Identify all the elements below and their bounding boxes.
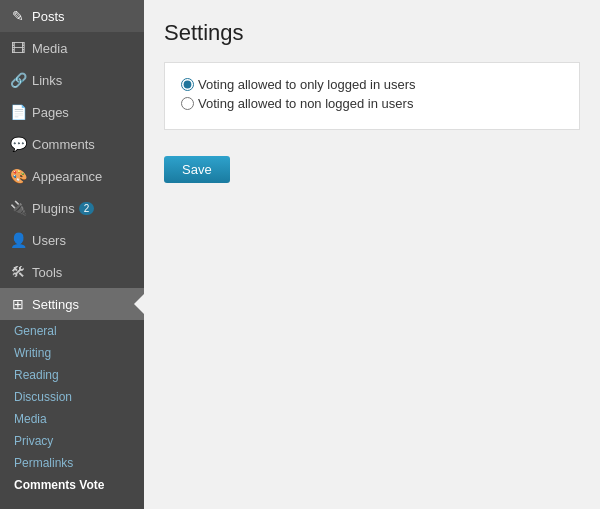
sidebar-item-appearance[interactable]: 🎨Appearance [0,160,144,192]
plugins-icon: 🔌 [10,200,26,216]
sidebar: ✎Posts🎞Media🔗Links📄Pages💬Comments🎨Appear… [0,0,144,509]
sidebar-item-tools[interactable]: 🛠Tools [0,256,144,288]
sub-item-media[interactable]: Media [0,408,144,430]
appearance-icon: 🎨 [10,168,26,184]
sidebar-label-users: Users [32,233,66,248]
settings-box: Voting allowed to only logged in users V… [164,62,580,130]
radio-label-non-logged[interactable]: Voting allowed to non logged in users [181,96,563,111]
sub-item-permalinks[interactable]: Permalinks [0,452,144,474]
sub-item-general[interactable]: General [0,320,144,342]
sidebar-item-plugins[interactable]: 🔌Plugins2 [0,192,144,224]
sidebar-item-links[interactable]: 🔗Links [0,64,144,96]
sidebar-item-users[interactable]: 👤Users [0,224,144,256]
sidebar-label-plugins: Plugins [32,201,75,216]
sidebar-label-pages: Pages [32,105,69,120]
sidebar-item-pages[interactable]: 📄Pages [0,96,144,128]
radio-logged-in[interactable] [181,78,194,91]
main-content: Settings Voting allowed to only logged i… [144,0,600,509]
media-icon: 🎞 [10,40,26,56]
radio-group-non-logged: Voting allowed to non logged in users [181,96,563,111]
links-icon: 🔗 [10,72,26,88]
sidebar-label-tools: Tools [32,265,62,280]
sidebar-item-posts[interactable]: ✎Posts [0,0,144,32]
sidebar-item-media[interactable]: 🎞Media [0,32,144,64]
settings-icon: ⊞ [10,296,26,312]
save-button[interactable]: Save [164,156,230,183]
radio-text-logged-in: Voting allowed to only logged in users [198,77,416,92]
page-title: Settings [164,20,580,46]
sidebar-label-media: Media [32,41,67,56]
plugins-badge: 2 [79,202,95,215]
sidebar-label-links: Links [32,73,62,88]
sidebar-label-posts: Posts [32,9,65,24]
posts-icon: ✎ [10,8,26,24]
sidebar-item-comments[interactable]: 💬Comments [0,128,144,160]
sidebar-label-comments: Comments [32,137,95,152]
sidebar-label-settings: Settings [32,297,79,312]
sidebar-label-appearance: Appearance [32,169,102,184]
radio-non-logged[interactable] [181,97,194,110]
tools-icon: 🛠 [10,264,26,280]
pages-icon: 📄 [10,104,26,120]
sub-item-reading[interactable]: Reading [0,364,144,386]
sub-item-writing[interactable]: Writing [0,342,144,364]
comments-icon: 💬 [10,136,26,152]
radio-text-non-logged: Voting allowed to non logged in users [198,96,413,111]
sub-item-privacy[interactable]: Privacy [0,430,144,452]
sub-item-discussion[interactable]: Discussion [0,386,144,408]
radio-group-logged-in: Voting allowed to only logged in users [181,77,563,92]
sub-item-comments-vote[interactable]: Comments Vote [0,474,144,496]
users-icon: 👤 [10,232,26,248]
radio-label-logged-in[interactable]: Voting allowed to only logged in users [181,77,563,92]
settings-submenu: GeneralWritingReadingDiscussionMediaPriv… [0,320,144,496]
sidebar-item-settings[interactable]: ⊞Settings [0,288,144,320]
